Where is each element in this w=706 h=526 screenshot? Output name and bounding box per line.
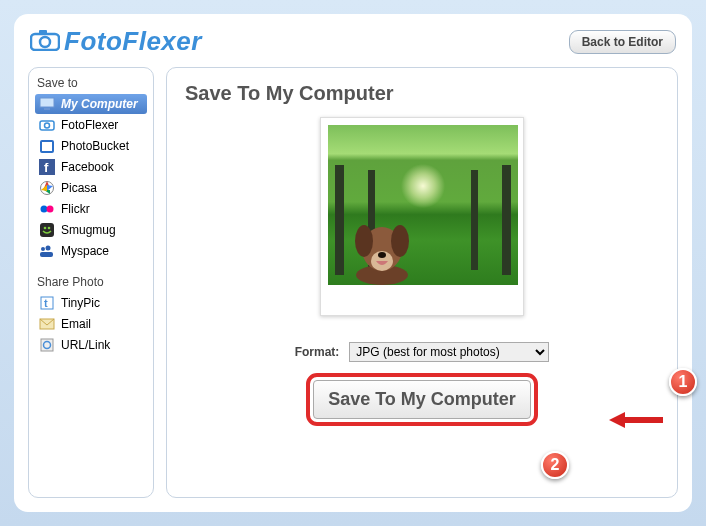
sidebar-item-smugmug[interactable]: Smugmug — [35, 220, 147, 240]
svg-point-12 — [47, 206, 54, 213]
sidebar-item-facebook[interactable]: f Facebook — [35, 157, 147, 177]
sidebar-item-email[interactable]: Email — [35, 314, 147, 334]
sidebar-item-myspace[interactable]: Myspace — [35, 241, 147, 261]
svg-point-26 — [355, 225, 373, 257]
format-label: Format: — [295, 345, 340, 359]
sidebar-item-photobucket[interactable]: PhotoBucket — [35, 136, 147, 156]
camera-icon — [30, 29, 60, 55]
main-panel: Save To My Computer — [166, 67, 678, 498]
sidebar-item-label: PhotoBucket — [61, 139, 129, 153]
share-list: t TinyPic Email URL/Link — [35, 293, 147, 355]
svg-rect-18 — [40, 252, 53, 257]
svg-point-15 — [48, 227, 51, 230]
svg-point-1 — [40, 37, 50, 47]
link-icon — [39, 337, 55, 353]
camera-small-icon — [39, 117, 55, 133]
sidebar-item-label: Picasa — [61, 181, 97, 195]
sidebar: Save to My Computer FotoFlexer PhotoBuck… — [28, 67, 154, 498]
sidebar-item-url-link[interactable]: URL/Link — [35, 335, 147, 355]
svg-point-6 — [45, 123, 50, 128]
page-title: Save To My Computer — [185, 82, 659, 105]
tinypic-icon: t — [39, 295, 55, 311]
sidebar-item-label: URL/Link — [61, 338, 110, 352]
svg-rect-13 — [40, 223, 54, 237]
smugmug-icon — [39, 222, 55, 238]
picasa-icon — [39, 180, 55, 196]
svg-rect-7 — [41, 141, 53, 152]
svg-rect-2 — [39, 30, 47, 35]
sidebar-item-label: FotoFlexer — [61, 118, 118, 132]
body: Save to My Computer FotoFlexer PhotoBuck… — [28, 67, 678, 498]
svg-rect-3 — [40, 98, 54, 107]
back-to-editor-button[interactable]: Back to Editor — [569, 30, 676, 54]
save-to-computer-button[interactable]: Save To My Computer — [313, 380, 531, 419]
sidebar-item-picasa[interactable]: Picasa — [35, 178, 147, 198]
callout-2: 2 — [541, 451, 569, 479]
dog-in-preview — [346, 213, 418, 285]
brand: FotoFlexer — [30, 26, 202, 57]
svg-marker-33 — [609, 412, 625, 428]
bucket-icon — [39, 138, 55, 154]
format-select[interactable]: JPG (best for most photos) — [349, 342, 549, 362]
svg-point-16 — [41, 247, 45, 251]
sidebar-item-label: Smugmug — [61, 223, 116, 237]
sidebar-heading-save: Save to — [35, 74, 147, 94]
image-preview-frame — [320, 117, 524, 316]
image-preview — [328, 125, 518, 285]
header: FotoFlexer Back to Editor — [28, 24, 678, 67]
svg-rect-4 — [44, 108, 50, 110]
svg-point-27 — [391, 225, 409, 257]
svg-point-31 — [378, 252, 386, 258]
email-icon — [39, 316, 55, 332]
brand-text: FotoFlexer — [64, 26, 202, 57]
sidebar-item-label: Myspace — [61, 244, 109, 258]
sidebar-item-label: My Computer — [61, 97, 138, 111]
svg-point-11 — [41, 206, 48, 213]
sidebar-item-label: TinyPic — [61, 296, 100, 310]
svg-point-14 — [44, 227, 47, 230]
save-list: My Computer FotoFlexer PhotoBucket f Fac… — [35, 94, 147, 261]
svg-text:t: t — [44, 297, 48, 309]
sidebar-item-label: Flickr — [61, 202, 90, 216]
svg-point-17 — [46, 246, 51, 251]
flickr-icon — [39, 201, 55, 217]
sidebar-item-label: Email — [61, 317, 91, 331]
app-frame: FotoFlexer Back to Editor Save to My Com… — [14, 14, 692, 512]
sidebar-heading-share: Share Photo — [35, 273, 147, 293]
callout-1: 1 — [669, 368, 697, 396]
monitor-icon — [39, 96, 55, 112]
format-row: Format: JPG (best for most photos) — [185, 342, 659, 362]
facebook-icon: f — [39, 159, 55, 175]
sidebar-item-tinypic[interactable]: t TinyPic — [35, 293, 147, 313]
sidebar-item-fotoflexer[interactable]: FotoFlexer — [35, 115, 147, 135]
sidebar-item-label: Facebook — [61, 160, 114, 174]
myspace-icon — [39, 243, 55, 259]
arrow-icon — [609, 410, 665, 430]
sidebar-item-flickr[interactable]: Flickr — [35, 199, 147, 219]
svg-text:f: f — [44, 160, 49, 175]
sidebar-item-my-computer[interactable]: My Computer — [35, 94, 147, 114]
